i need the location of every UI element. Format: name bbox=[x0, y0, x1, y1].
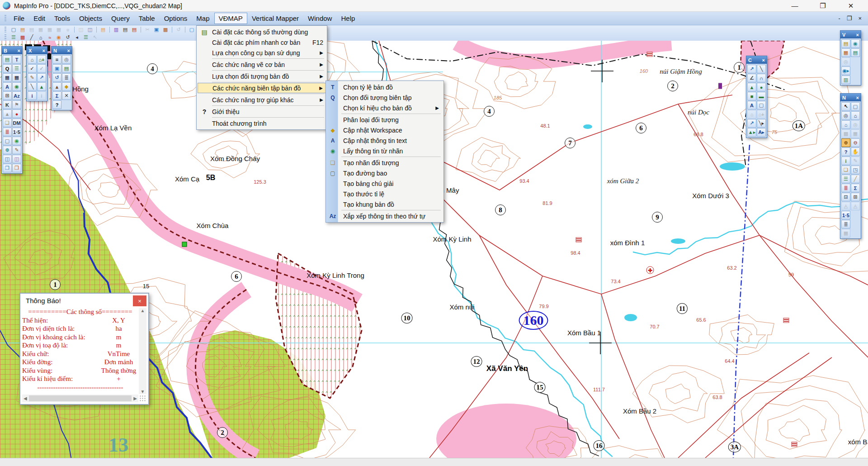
tool-icon[interactable]: ∠ bbox=[747, 74, 756, 82]
tool-icon[interactable]: ⌂+ bbox=[37, 55, 46, 64]
notice-close-button[interactable]: × bbox=[133, 295, 146, 306]
tool-icon[interactable]: ≣ bbox=[841, 220, 850, 228]
tool-icon[interactable]: ⌂ bbox=[841, 120, 850, 129]
tool-icon[interactable]: ◎ bbox=[62, 55, 71, 64]
tool-icon[interactable]: ╲ bbox=[28, 82, 37, 91]
tool-icon[interactable]: ☰ bbox=[12, 64, 21, 73]
paste-button[interactable]: ▩ bbox=[161, 26, 170, 33]
tool-icon[interactable]: ╲▸ bbox=[757, 119, 766, 128]
tool-icon[interactable]: ● bbox=[757, 83, 766, 91]
submenu-item-chọn-đối-tượng-biên-tập[interactable]: QChọn đối tượng biên tập bbox=[327, 92, 443, 103]
menu-options[interactable]: Options bbox=[160, 13, 192, 24]
open-map-window-button[interactable]: ▦ bbox=[37, 26, 45, 33]
print-export-button[interactable]: ▤ bbox=[130, 26, 138, 33]
tool-icon[interactable]: T bbox=[12, 55, 21, 64]
tool-icon[interactable]: ▢ bbox=[757, 101, 766, 109]
tool-icon[interactable]: Q bbox=[3, 64, 12, 73]
tool-icon[interactable]: ❏ bbox=[841, 166, 850, 174]
tool-icon[interactable]: ⊕ bbox=[3, 146, 12, 154]
tool-icon[interactable]: ╲ bbox=[757, 65, 766, 73]
tool-icon[interactable]: A bbox=[3, 82, 12, 91]
mdi-close-button[interactable]: × bbox=[858, 15, 862, 22]
tool-icon[interactable]: ◎ bbox=[841, 57, 850, 66]
tool-icon[interactable]: ■ bbox=[747, 92, 756, 100]
tool-icon[interactable]: A bbox=[747, 101, 756, 109]
tool-icon[interactable]: i bbox=[37, 91, 46, 100]
tool-icon[interactable]: ▦ bbox=[12, 73, 21, 82]
tool-icon[interactable]: ⌂ bbox=[747, 110, 756, 119]
tool-icon[interactable]: ╱ bbox=[851, 175, 860, 183]
tool-icon[interactable]: K bbox=[3, 100, 12, 109]
open-browser-button[interactable]: ▦ bbox=[46, 26, 54, 33]
close-icon[interactable]: × bbox=[42, 48, 45, 53]
tool-icon[interactable]: ▤ bbox=[3, 55, 12, 64]
tool-icon[interactable]: ↖ bbox=[841, 102, 850, 111]
menu-file[interactable]: File bbox=[9, 13, 29, 24]
print-preview-button[interactable]: ▥ bbox=[112, 26, 120, 33]
tool-icon[interactable]: ◫ bbox=[3, 155, 12, 163]
tool-icon[interactable]: ✎ bbox=[12, 146, 21, 154]
close-button[interactable]: ✕ bbox=[844, 2, 857, 10]
tool-icon[interactable]: ▢ bbox=[851, 102, 860, 111]
tool-icon[interactable]: ▲ bbox=[747, 83, 756, 91]
tool-icon[interactable]: ❏ bbox=[3, 119, 12, 127]
tool-icon[interactable]: ▣ bbox=[52, 64, 61, 73]
scroll-right-icon[interactable]: ▶ bbox=[133, 396, 137, 401]
submenu-item-xắp-xếp-thông-tin-theo-thứ-tự[interactable]: AzXắp xếp thông tin theo thứ tự bbox=[327, 211, 443, 221]
tool-icon[interactable]: ⚑ bbox=[12, 100, 21, 109]
tool-icon[interactable]: ⊖ bbox=[851, 138, 860, 147]
tool-icon[interactable]: ◎ bbox=[841, 111, 850, 120]
tool-icon[interactable]: ✎ bbox=[28, 73, 37, 82]
menu-vđmap[interactable]: VĐMAP bbox=[214, 13, 247, 24]
tool-icon[interactable]: ✕ bbox=[62, 91, 71, 100]
tool-icon[interactable]: ▲ bbox=[3, 109, 12, 118]
tool-icon[interactable]: ✋ bbox=[851, 147, 860, 156]
menu-objects[interactable]: Objects bbox=[75, 13, 107, 24]
tool-icon[interactable]: DM bbox=[12, 119, 21, 127]
tool-icon[interactable]: ◎ bbox=[851, 120, 860, 129]
tool-icon[interactable]: ⊞ bbox=[851, 193, 860, 201]
mdi-restore-button[interactable]: ❐ bbox=[847, 15, 852, 22]
submenu-item-tạo-thước-tỉ-lệ[interactable]: Tạo thước tỉ lệ bbox=[327, 189, 443, 199]
open-table-button[interactable]: ▤ bbox=[19, 26, 27, 33]
tool-icon[interactable]: ⌂ bbox=[851, 111, 860, 120]
close-icon[interactable]: × bbox=[67, 48, 70, 53]
tool-icon[interactable]: ↗ bbox=[37, 73, 46, 82]
vm-cross-section-button[interactable]: ╱ bbox=[28, 34, 36, 41]
vm-previous-view-button[interactable]: ◂ bbox=[73, 34, 81, 41]
tool-icon[interactable]: ∩ bbox=[757, 74, 766, 82]
submenu-item-tạo-nhãn-đối-tượng[interactable]: ❏Tạo nhãn đối tượng bbox=[327, 157, 443, 168]
tool-icon[interactable]: ↺ bbox=[52, 73, 61, 82]
minimize-button[interactable]: — bbox=[788, 2, 801, 10]
tool-icon[interactable]: ▬ bbox=[757, 92, 766, 100]
notice-horizontal-scrollbar[interactable]: ◀▶ bbox=[22, 395, 138, 402]
menu-query[interactable]: Query bbox=[107, 13, 134, 24]
menu-item-giới-thiệu[interactable]: ?Giới thiệu bbox=[198, 106, 326, 117]
tool-icon[interactable]: ▥ bbox=[841, 76, 850, 84]
tool-icon[interactable]: ✎ bbox=[851, 157, 860, 165]
tool-icon[interactable]: ✓ bbox=[28, 64, 37, 73]
tool-icon[interactable]: ▲ bbox=[37, 82, 46, 91]
tool-icon[interactable]: 1·5 bbox=[12, 128, 21, 136]
tool-icon[interactable]: ▦ bbox=[3, 73, 12, 82]
save-window-button[interactable]: ◫ bbox=[86, 26, 94, 33]
new-window-button[interactable]: ▢ bbox=[188, 26, 196, 33]
submenu-item-tạo-bảng-chú-giải[interactable]: Tạo bảng chú giải bbox=[327, 178, 443, 189]
undo-button[interactable]: ↺ bbox=[175, 26, 183, 33]
menu-help[interactable]: Help bbox=[336, 13, 359, 24]
open-folder-button[interactable]: ▤ bbox=[99, 26, 107, 33]
restore-button[interactable]: ❐ bbox=[816, 2, 829, 10]
open-redistricter-button[interactable]: ¤ bbox=[64, 26, 72, 33]
tool-icon[interactable]: ▤ bbox=[841, 39, 850, 48]
tool-icon[interactable]: ◫ bbox=[12, 155, 21, 163]
menu-item-các-chức-năng-biên-tập-bản-đồ[interactable]: Các chức năng biên tập bản đồ▶ bbox=[198, 83, 326, 93]
tool-icon[interactable]: ❐ bbox=[3, 164, 12, 172]
open-layout-button[interactable]: ▦ bbox=[55, 26, 63, 33]
tool-icon[interactable]: ? bbox=[52, 100, 61, 109]
tool-icon[interactable]: ◆ bbox=[62, 82, 71, 91]
submenu-item-tạo-khung-bản-đồ[interactable]: Tạo khung bản đồ bbox=[327, 199, 443, 209]
tool-icon[interactable]: ↗ bbox=[747, 119, 756, 128]
vm-grid-layers-button[interactable]: ☰ bbox=[9, 34, 18, 41]
tool-icon[interactable]: ▲▸ bbox=[747, 128, 756, 137]
tool-icon[interactable]: ▤ bbox=[851, 48, 860, 57]
